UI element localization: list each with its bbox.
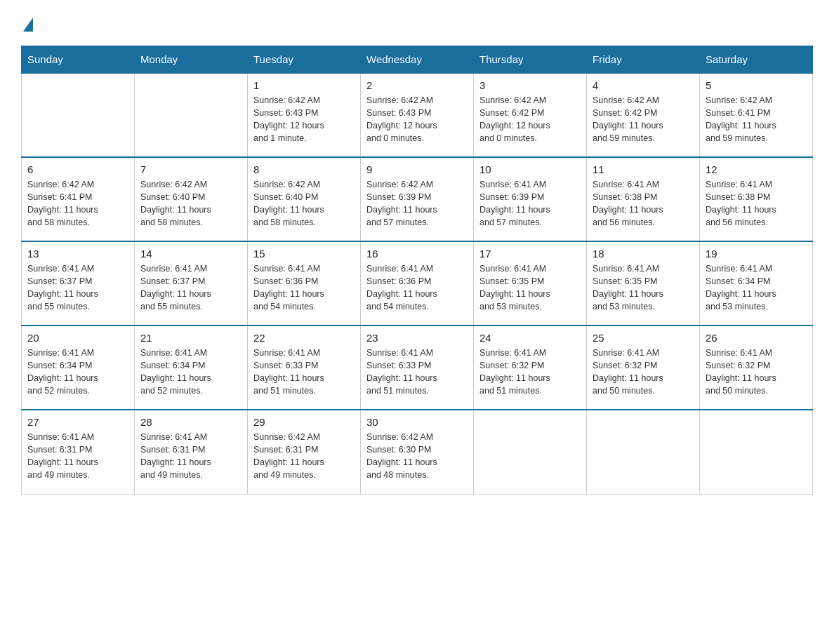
calendar-cell: 14Sunrise: 6:41 AM Sunset: 6:37 PM Dayli…	[135, 241, 248, 326]
day-info: Sunrise: 6:41 AM Sunset: 6:33 PM Dayligh…	[366, 347, 468, 398]
day-number: 16	[366, 248, 468, 260]
day-number: 26	[706, 332, 807, 344]
day-of-week-header: Monday	[135, 46, 248, 74]
calendar-cell: 30Sunrise: 6:42 AM Sunset: 6:30 PM Dayli…	[361, 410, 474, 494]
day-number: 18	[593, 248, 694, 260]
day-number: 6	[27, 163, 128, 175]
day-of-week-header: Wednesday	[361, 46, 474, 74]
day-info: Sunrise: 6:41 AM Sunset: 6:34 PM Dayligh…	[27, 347, 128, 398]
page-header	[21, 14, 813, 32]
calendar-cell: 9Sunrise: 6:42 AM Sunset: 6:39 PM Daylig…	[361, 157, 474, 241]
day-info: Sunrise: 6:41 AM Sunset: 6:32 PM Dayligh…	[706, 347, 807, 398]
logo	[21, 14, 33, 32]
day-number: 9	[366, 163, 468, 175]
day-info: Sunrise: 6:41 AM Sunset: 6:32 PM Dayligh…	[479, 347, 581, 398]
day-info: Sunrise: 6:41 AM Sunset: 6:39 PM Dayligh…	[479, 178, 581, 229]
day-number: 19	[706, 248, 807, 260]
calendar-cell: 23Sunrise: 6:41 AM Sunset: 6:33 PM Dayli…	[361, 326, 474, 410]
day-number: 10	[479, 163, 581, 175]
calendar-cell: 29Sunrise: 6:42 AM Sunset: 6:31 PM Dayli…	[248, 410, 361, 494]
day-number: 30	[366, 416, 468, 428]
day-number: 23	[366, 332, 468, 344]
day-number: 11	[593, 163, 694, 175]
day-number: 7	[140, 163, 241, 175]
day-info: Sunrise: 6:42 AM Sunset: 6:31 PM Dayligh…	[253, 431, 355, 482]
day-info: Sunrise: 6:42 AM Sunset: 6:42 PM Dayligh…	[479, 94, 581, 145]
calendar-cell: 27Sunrise: 6:41 AM Sunset: 6:31 PM Dayli…	[22, 410, 135, 494]
calendar-cell	[22, 73, 135, 157]
calendar-cell: 8Sunrise: 6:42 AM Sunset: 6:40 PM Daylig…	[248, 157, 361, 241]
day-info: Sunrise: 6:41 AM Sunset: 6:31 PM Dayligh…	[140, 431, 241, 482]
calendar-week-row: 13Sunrise: 6:41 AM Sunset: 6:37 PM Dayli…	[22, 241, 813, 326]
day-info: Sunrise: 6:42 AM Sunset: 6:43 PM Dayligh…	[366, 94, 468, 145]
day-number: 12	[706, 163, 807, 175]
day-info: Sunrise: 6:41 AM Sunset: 6:36 PM Dayligh…	[366, 262, 468, 314]
calendar-cell: 10Sunrise: 6:41 AM Sunset: 6:39 PM Dayli…	[474, 157, 587, 241]
day-info: Sunrise: 6:42 AM Sunset: 6:42 PM Dayligh…	[593, 94, 694, 145]
calendar-cell: 1Sunrise: 6:42 AM Sunset: 6:43 PM Daylig…	[248, 73, 361, 157]
logo-triangle-icon	[23, 18, 33, 32]
calendar-cell: 20Sunrise: 6:41 AM Sunset: 6:34 PM Dayli…	[22, 326, 135, 410]
calendar-cell: 25Sunrise: 6:41 AM Sunset: 6:32 PM Dayli…	[587, 326, 700, 410]
calendar-week-row: 20Sunrise: 6:41 AM Sunset: 6:34 PM Dayli…	[22, 326, 813, 410]
day-info: Sunrise: 6:42 AM Sunset: 6:41 PM Dayligh…	[27, 178, 128, 229]
calendar-cell: 24Sunrise: 6:41 AM Sunset: 6:32 PM Dayli…	[474, 326, 587, 410]
calendar-cell: 5Sunrise: 6:42 AM Sunset: 6:41 PM Daylig…	[700, 73, 813, 157]
calendar-cell	[700, 410, 813, 494]
day-of-week-header: Friday	[587, 46, 700, 74]
day-number: 27	[27, 416, 128, 428]
day-number: 25	[593, 332, 694, 344]
calendar-cell: 16Sunrise: 6:41 AM Sunset: 6:36 PM Dayli…	[361, 241, 474, 326]
day-info: Sunrise: 6:41 AM Sunset: 6:36 PM Dayligh…	[253, 262, 355, 314]
calendar-cell: 7Sunrise: 6:42 AM Sunset: 6:40 PM Daylig…	[135, 157, 248, 241]
day-info: Sunrise: 6:42 AM Sunset: 6:40 PM Dayligh…	[140, 178, 241, 229]
calendar-cell	[135, 73, 248, 157]
calendar-cell: 26Sunrise: 6:41 AM Sunset: 6:32 PM Dayli…	[700, 326, 813, 410]
day-number: 1	[253, 79, 355, 91]
day-number: 20	[27, 332, 128, 344]
day-info: Sunrise: 6:41 AM Sunset: 6:35 PM Dayligh…	[593, 262, 694, 314]
calendar-cell: 18Sunrise: 6:41 AM Sunset: 6:35 PM Dayli…	[587, 241, 700, 326]
day-number: 22	[253, 332, 355, 344]
day-info: Sunrise: 6:42 AM Sunset: 6:30 PM Dayligh…	[366, 431, 468, 482]
calendar-week-row: 27Sunrise: 6:41 AM Sunset: 6:31 PM Dayli…	[22, 410, 813, 494]
day-number: 8	[253, 163, 355, 175]
day-info: Sunrise: 6:42 AM Sunset: 6:43 PM Dayligh…	[253, 94, 355, 145]
calendar-cell: 22Sunrise: 6:41 AM Sunset: 6:33 PM Dayli…	[248, 326, 361, 410]
calendar-cell: 11Sunrise: 6:41 AM Sunset: 6:38 PM Dayli…	[587, 157, 700, 241]
day-of-week-header: Tuesday	[248, 46, 361, 74]
calendar-cell: 6Sunrise: 6:42 AM Sunset: 6:41 PM Daylig…	[22, 157, 135, 241]
day-info: Sunrise: 6:42 AM Sunset: 6:41 PM Dayligh…	[706, 94, 807, 145]
calendar-cell: 12Sunrise: 6:41 AM Sunset: 6:38 PM Dayli…	[700, 157, 813, 241]
day-info: Sunrise: 6:41 AM Sunset: 6:37 PM Dayligh…	[27, 262, 128, 314]
calendar-cell: 19Sunrise: 6:41 AM Sunset: 6:34 PM Dayli…	[700, 241, 813, 326]
day-number: 3	[479, 79, 581, 91]
day-number: 17	[479, 248, 581, 260]
calendar-header-row: SundayMondayTuesdayWednesdayThursdayFrid…	[22, 46, 813, 74]
day-info: Sunrise: 6:41 AM Sunset: 6:32 PM Dayligh…	[593, 347, 694, 398]
day-info: Sunrise: 6:41 AM Sunset: 6:38 PM Dayligh…	[593, 178, 694, 229]
day-info: Sunrise: 6:42 AM Sunset: 6:40 PM Dayligh…	[253, 178, 355, 229]
calendar-cell: 3Sunrise: 6:42 AM Sunset: 6:42 PM Daylig…	[474, 73, 587, 157]
day-number: 15	[253, 248, 355, 260]
day-number: 2	[366, 79, 468, 91]
day-number: 28	[140, 416, 241, 428]
day-number: 5	[706, 79, 807, 91]
day-info: Sunrise: 6:41 AM Sunset: 6:38 PM Dayligh…	[706, 178, 807, 229]
calendar-cell: 2Sunrise: 6:42 AM Sunset: 6:43 PM Daylig…	[361, 73, 474, 157]
calendar-cell: 4Sunrise: 6:42 AM Sunset: 6:42 PM Daylig…	[587, 73, 700, 157]
calendar-cell: 13Sunrise: 6:41 AM Sunset: 6:37 PM Dayli…	[22, 241, 135, 326]
day-number: 13	[27, 248, 128, 260]
calendar-cell: 28Sunrise: 6:41 AM Sunset: 6:31 PM Dayli…	[135, 410, 248, 494]
day-info: Sunrise: 6:42 AM Sunset: 6:39 PM Dayligh…	[366, 178, 468, 229]
calendar-week-row: 1Sunrise: 6:42 AM Sunset: 6:43 PM Daylig…	[22, 73, 813, 157]
day-info: Sunrise: 6:41 AM Sunset: 6:37 PM Dayligh…	[140, 262, 241, 314]
calendar-table: SundayMondayTuesdayWednesdayThursdayFrid…	[21, 46, 813, 495]
calendar-cell: 21Sunrise: 6:41 AM Sunset: 6:34 PM Dayli…	[135, 326, 248, 410]
day-of-week-header: Thursday	[474, 46, 587, 74]
calendar-cell	[474, 410, 587, 494]
day-info: Sunrise: 6:41 AM Sunset: 6:35 PM Dayligh…	[479, 262, 581, 314]
day-number: 14	[140, 248, 241, 260]
day-info: Sunrise: 6:41 AM Sunset: 6:34 PM Dayligh…	[706, 262, 807, 314]
day-number: 4	[593, 79, 694, 91]
